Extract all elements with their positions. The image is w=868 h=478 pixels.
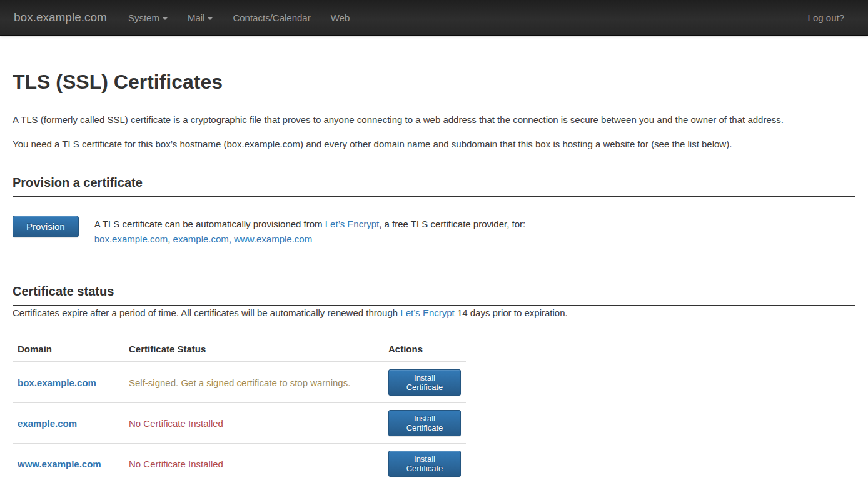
page-title: TLS (SSL) Certificates [13, 71, 855, 94]
navbar-menu: System Mail Contacts/Calendar Web [118, 1, 360, 35]
main-content: TLS (SSL) Certificates A TLS (formerly c… [13, 71, 855, 478]
provision-text-after: , a free TLS certificate provider, for: [379, 219, 525, 229]
install-certificate-button[interactable]: Install Certificate [388, 369, 461, 396]
lets-encrypt-link[interactable]: Let’s Encrypt [400, 307, 454, 318]
status-text-after: 14 days prior to expiration. [455, 307, 568, 318]
column-header-status: Certificate Status [124, 337, 383, 362]
table-row: www.example.com No Certificate Installed… [13, 444, 466, 478]
nav-item-contacts-calendar[interactable]: Contacts/Calendar [223, 1, 320, 35]
nav-item-web[interactable]: Web [321, 1, 360, 35]
domain-link[interactable]: example.com [18, 418, 77, 429]
nav-item-mail-label: Mail [188, 12, 205, 23]
provision-domain-link[interactable]: example.com [173, 234, 235, 244]
lets-encrypt-link[interactable]: Let’s Encrypt [325, 219, 379, 229]
table-row: box.example.com Self-signed. Get a signe… [13, 362, 466, 403]
navbar-brand[interactable]: box.example.com [14, 11, 107, 24]
provision-button[interactable]: Provision [13, 216, 79, 237]
intro-paragraph-1: A TLS (formerly called SSL) certificate … [13, 112, 855, 127]
status-cell: No Certificate Installed [124, 403, 383, 444]
table-row: example.com No Certificate Installed Ins… [13, 403, 466, 444]
domain-link[interactable]: box.example.com [18, 377, 96, 388]
actions-cell: Install Certificate [383, 362, 466, 403]
top-navbar: box.example.com System Mail Contacts/Cal… [0, 0, 868, 36]
nav-item-system[interactable]: System [118, 1, 178, 35]
actions-cell: Install Certificate [383, 444, 466, 478]
domain-cell: www.example.com [13, 444, 124, 478]
actions-cell: Install Certificate [383, 403, 466, 444]
certificate-table: Domain Certificate Status Actions box.ex… [13, 337, 466, 478]
status-note: Certificates expire after a period of ti… [13, 306, 855, 321]
install-certificate-button[interactable]: Install Certificate [388, 451, 461, 477]
nav-item-system-label: System [128, 12, 159, 23]
install-certificate-button[interactable]: Install Certificate [388, 410, 461, 436]
nav-item-mail[interactable]: Mail [178, 1, 223, 35]
provision-description-line: A TLS certificate can be automatically p… [94, 217, 526, 232]
provision-description: A TLS certificate can be automatically p… [94, 216, 526, 247]
domain-cell: example.com [13, 403, 124, 444]
provision-domain-link[interactable]: www.example.com [234, 234, 312, 244]
certificate-table-header: Domain Certificate Status Actions [13, 337, 466, 362]
status-section-heading: Certificate status [13, 284, 855, 306]
domain-cell: box.example.com [13, 362, 124, 403]
provision-domain-link[interactable]: box.example.com [94, 234, 173, 244]
logout-link[interactable]: Log out? [798, 1, 854, 35]
provision-text-before: A TLS certificate can be automatically p… [94, 219, 325, 229]
caret-down-icon [163, 17, 168, 20]
caret-down-icon [208, 17, 213, 20]
domain-link[interactable]: www.example.com [18, 459, 101, 469]
status-cell: No Certificate Installed [124, 444, 383, 478]
column-header-domain: Domain [13, 337, 124, 362]
provision-row: Provision A TLS certificate can be autom… [13, 216, 855, 247]
status-text-before: Certificates expire after a period of ti… [13, 307, 400, 318]
intro-paragraph-2: You need a TLS certificate for this box’… [13, 137, 855, 152]
provision-section-heading: Provision a certificate [13, 176, 855, 197]
status-cell: Self-signed. Get a signed certificate to… [124, 362, 383, 403]
provision-domain-list: box.example.com example.com www.example.… [94, 232, 526, 247]
column-header-actions: Actions [383, 337, 466, 362]
